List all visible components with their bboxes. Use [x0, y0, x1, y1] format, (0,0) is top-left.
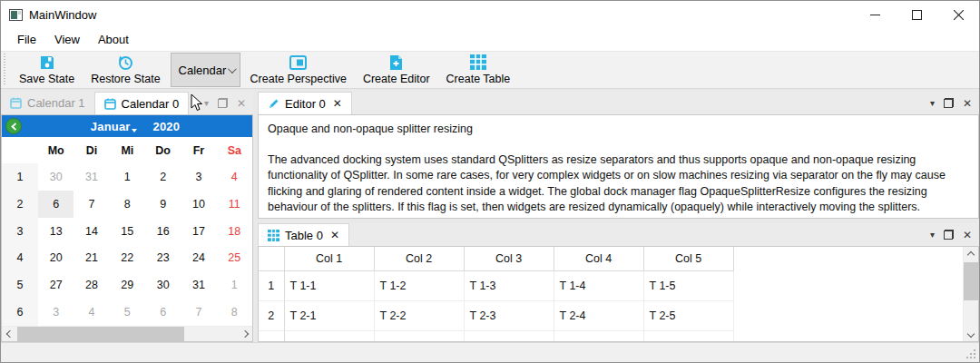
- table-cell[interactable]: T 1-5: [643, 270, 733, 300]
- scrollbar-thumb[interactable]: [964, 262, 979, 300]
- row-header[interactable]: 2: [259, 300, 284, 330]
- calendar-day[interactable]: 9: [145, 191, 181, 218]
- calendar-month-year[interactable]: Januar 2020: [22, 120, 249, 133]
- calendar-day[interactable]: 30: [145, 271, 181, 299]
- close-button[interactable]: [937, 1, 979, 28]
- calendar-day[interactable]: 24: [181, 244, 216, 271]
- calendar-day[interactable]: 1: [110, 163, 145, 191]
- calendar-day[interactable]: 21: [74, 244, 109, 271]
- float-panel-icon[interactable]: [944, 98, 954, 108]
- previous-month-button[interactable]: [5, 118, 22, 134]
- calendar-day[interactable]: 6: [145, 299, 181, 326]
- calendar-day[interactable]: 30: [38, 163, 74, 191]
- table-cell[interactable]: T 3-1: [284, 330, 374, 341]
- calendar-day[interactable]: 3: [38, 299, 74, 326]
- calendar-day[interactable]: 7: [181, 299, 216, 326]
- table-cell[interactable]: T 1-4: [554, 270, 643, 300]
- menu-file[interactable]: File: [8, 30, 45, 49]
- calendar-day[interactable]: 31: [181, 271, 216, 299]
- calendar-day[interactable]: 7: [74, 191, 109, 218]
- perspective-combobox[interactable]: Calendar: [171, 53, 240, 87]
- create-perspective-button[interactable]: Create Perspective: [242, 52, 355, 88]
- float-panel-icon[interactable]: [944, 230, 954, 240]
- close-panel-icon[interactable]: ✕: [237, 97, 246, 110]
- calendar-day[interactable]: 27: [38, 271, 74, 299]
- calendar-day[interactable]: 20: [38, 244, 74, 271]
- scrollbar-track[interactable]: [964, 262, 979, 326]
- create-editor-button[interactable]: Create Editor: [355, 52, 438, 88]
- calendar-day[interactable]: 31: [74, 163, 109, 191]
- tab-editor-0[interactable]: Editor 0 ✕: [258, 92, 352, 114]
- calendar-day[interactable]: 16: [145, 218, 181, 245]
- calendar-day[interactable]: 1: [217, 271, 252, 299]
- table-scroll-area[interactable]: Col 1Col 2Col 3Col 4Col 5 1T 1-1T 1-2T 1…: [259, 247, 978, 341]
- table-cell[interactable]: T 2-3: [464, 300, 554, 330]
- calendar-day[interactable]: 6: [38, 191, 74, 218]
- table-cell[interactable]: T 3-5: [643, 330, 733, 341]
- calendar-day[interactable]: 29: [110, 271, 145, 299]
- calendar-day[interactable]: 4: [74, 299, 109, 326]
- column-header[interactable]: Col 4: [554, 247, 643, 270]
- calendar-day[interactable]: 13: [38, 218, 74, 245]
- tabs-menu-icon[interactable]: ▾: [930, 98, 935, 108]
- tab-calendar-1[interactable]: Calendar 1: [1, 92, 94, 114]
- tabs-menu-icon[interactable]: ▾: [930, 230, 935, 240]
- calendar-day[interactable]: 28: [74, 271, 109, 299]
- calendar-year[interactable]: 2020: [152, 120, 180, 133]
- toolbar-drag-handle[interactable]: [2, 54, 10, 86]
- calendar-day[interactable]: 15: [110, 218, 145, 245]
- editor-content[interactable]: Opaque and non-opaque splitter resizing …: [258, 114, 979, 219]
- table-cell[interactable]: T 2-2: [374, 300, 464, 330]
- table-cell[interactable]: T 1-3: [464, 270, 554, 300]
- table-cell[interactable]: T 3-4: [554, 330, 643, 341]
- row-header[interactable]: 1: [259, 270, 284, 300]
- column-header[interactable]: Col 3: [464, 247, 554, 270]
- calendar-day[interactable]: 11: [217, 191, 252, 218]
- column-header[interactable]: Col 2: [374, 247, 464, 270]
- float-panel-icon[interactable]: [218, 98, 228, 108]
- scrollbar-track[interactable]: [17, 327, 237, 342]
- calendar-month[interactable]: Januar: [91, 120, 131, 133]
- table-cell[interactable]: T 2-5: [643, 300, 733, 330]
- calendar-day[interactable]: 18: [217, 218, 252, 245]
- table-vertical-scrollbar[interactable]: [963, 247, 978, 341]
- menu-about[interactable]: About: [89, 30, 138, 49]
- column-header[interactable]: Col 5: [643, 247, 733, 270]
- calendar-day[interactable]: 8: [110, 191, 145, 218]
- calendar-day[interactable]: 5: [110, 299, 145, 326]
- close-panel-icon[interactable]: ✕: [963, 97, 972, 110]
- calendar-day[interactable]: 17: [181, 218, 216, 245]
- calendar-day[interactable]: 25: [217, 244, 252, 271]
- scroll-left-icon[interactable]: [2, 327, 17, 342]
- table-cell[interactable]: T 3-3: [464, 330, 554, 341]
- minimize-button[interactable]: [854, 1, 896, 28]
- table-cell[interactable]: T 1-2: [374, 270, 464, 300]
- calendar-day[interactable]: 8: [217, 299, 252, 326]
- save-state-button[interactable]: Save State: [11, 52, 83, 88]
- close-tab-icon[interactable]: ✕: [330, 229, 339, 241]
- maximize-button[interactable]: [896, 1, 937, 28]
- calendar-day[interactable]: 22: [110, 244, 145, 271]
- tab-calendar-0[interactable]: Calendar 0: [94, 92, 190, 114]
- column-header[interactable]: Col 1: [284, 247, 374, 270]
- close-tab-icon[interactable]: ✕: [333, 97, 342, 110]
- scrollbar-thumb[interactable]: [17, 327, 184, 342]
- table-cell[interactable]: T 2-1: [284, 300, 374, 330]
- calendar-day[interactable]: 2: [145, 163, 181, 191]
- size-grip-icon[interactable]: [965, 348, 975, 358]
- create-table-button[interactable]: Create Table: [438, 52, 519, 88]
- tab-table-0[interactable]: Table 0 ✕: [258, 223, 349, 246]
- calendar-day[interactable]: 23: [145, 244, 181, 271]
- scroll-right-icon[interactable]: [237, 327, 252, 342]
- calendar-day[interactable]: 4: [217, 163, 252, 191]
- calendar-horizontal-scrollbar[interactable]: [2, 326, 252, 341]
- calendar-day[interactable]: 14: [74, 218, 109, 245]
- row-header[interactable]: 3: [259, 330, 284, 341]
- tabs-menu-icon[interactable]: ▾: [204, 98, 209, 108]
- calendar-day[interactable]: 3: [181, 163, 216, 191]
- table-cell[interactable]: T 2-4: [554, 300, 643, 330]
- scroll-down-icon[interactable]: [964, 326, 979, 341]
- restore-state-button[interactable]: Restore State: [83, 52, 168, 88]
- calendar-day[interactable]: 10: [181, 191, 216, 218]
- scroll-up-icon[interactable]: [964, 247, 979, 262]
